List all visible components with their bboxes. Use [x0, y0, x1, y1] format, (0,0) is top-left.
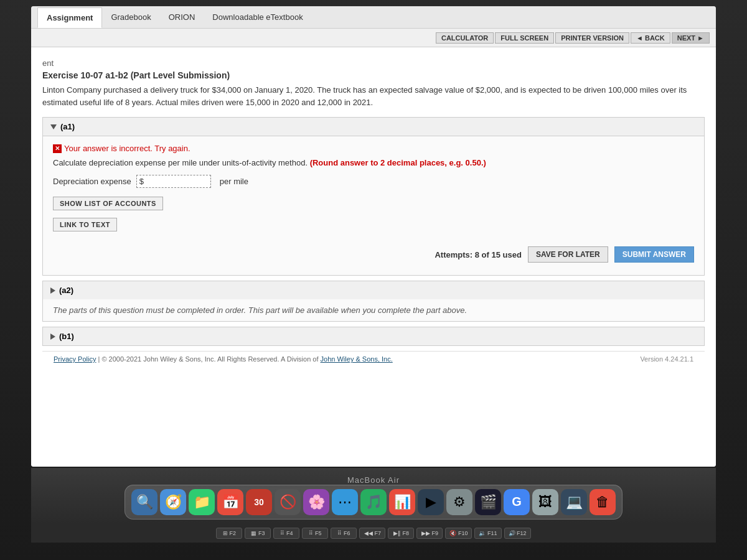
expand-icon-a2 — [50, 287, 55, 294]
key-f7[interactable]: ◀◀ F7 — [359, 528, 385, 539]
key-f6[interactable]: ⠿ F6 — [331, 528, 357, 539]
section-b1-header[interactable]: (b1) — [43, 327, 704, 345]
back-button[interactable]: ◄ BACK — [631, 32, 670, 44]
section-b1: (b1) — [42, 327, 705, 346]
input-wrapper: $ — [136, 175, 211, 188]
next-button[interactable]: NEXT ► — [672, 32, 710, 44]
dock-icon-preview[interactable]: 🖼 — [532, 489, 558, 515]
instruction-text: Calculate depreciation expense per mile … — [53, 158, 694, 167]
dock-icon-settings[interactable]: ⚙ — [446, 489, 472, 515]
calculator-button[interactable]: CALCULATOR — [436, 32, 494, 44]
depreciation-label: Depreciation expense — [53, 177, 131, 186]
dock-icon-safari[interactable]: 🧭 — [160, 489, 186, 515]
version-text: Version 4.24.21.1 — [640, 355, 693, 363]
laptop-shell: Assignment Gradebook ORION Downloadable … — [0, 0, 747, 560]
save-for-later-button[interactable]: SAVE FOR LATER — [528, 246, 608, 263]
screen-area: Assignment Gradebook ORION Downloadable … — [31, 6, 716, 467]
section-a2-message: The parts of this question must be compl… — [53, 306, 467, 315]
section-a2-label: (a2) — [59, 286, 73, 295]
key-f2[interactable]: ⊞ F2 — [216, 528, 242, 539]
depreciation-input[interactable] — [144, 177, 194, 186]
full-screen-button[interactable]: FULL SCREEN — [495, 32, 554, 44]
section-a1-label: (a1) — [60, 122, 75, 131]
dock-icon-no[interactable]: 🚫 — [275, 489, 301, 515]
footer-left: Privacy Policy | © 2000-2021 John Wiley … — [54, 355, 393, 363]
dock-icon-laptop[interactable]: 💻 — [561, 489, 587, 515]
dock-area: MacBook Air 🔍 🧭 📁 📅 30 🚫 🌸 ⋯ 🎵 📊 ▶ ⚙ 🎬 G… — [31, 468, 716, 524]
page-footer: Privacy Policy | © 2000-2021 John Wiley … — [42, 351, 705, 366]
error-text: Your answer is incorrect. Try again. — [64, 144, 190, 153]
nav-etextbook[interactable]: Downloadable eTextbook — [204, 7, 311, 27]
input-prefix: $ — [139, 177, 144, 186]
section-a2-header[interactable]: (a2) — [43, 281, 704, 299]
breadcrumb: ent — [42, 56, 705, 70]
key-f12[interactable]: 🔊 F12 — [504, 528, 531, 539]
dock-icon-music2[interactable]: 🎵 — [360, 489, 387, 515]
error-x-icon: ✕ — [53, 144, 62, 153]
attempts-row: Attempts: 8 of 15 used SAVE FOR LATER SU… — [53, 241, 694, 268]
dock-icon-30[interactable]: 30 — [246, 489, 272, 515]
keyboard-area: ⊞ F2 ▦ F3 ⠿ F4 ⠿ F5 ⠿ F6 ◀◀ F7 ▶‖ F8 ▶▶ … — [31, 524, 716, 543]
key-f5[interactable]: ⠿ F5 — [302, 528, 328, 539]
privacy-policy-link[interactable]: Privacy Policy — [54, 355, 96, 363]
key-f8[interactable]: ▶‖ F8 — [388, 528, 414, 539]
footer-copyright: © 2000-2021 John Wiley & Sons, Inc. All … — [101, 355, 318, 363]
dock-icon-stats[interactable]: 📊 — [389, 489, 415, 515]
printer-version-button[interactable]: PRINTER VERSION — [555, 32, 629, 44]
top-nav: Assignment Gradebook ORION Downloadable … — [31, 6, 716, 29]
dock-icon-files[interactable]: 📁 — [189, 489, 215, 515]
dock-icon-dots[interactable]: ⋯ — [332, 489, 358, 515]
dock-icon-google[interactable]: G — [504, 489, 530, 515]
toolbar: CALCULATOR FULL SCREEN PRINTER VERSION ◄… — [31, 29, 716, 47]
key-f9[interactable]: ▶▶ F9 — [416, 528, 443, 539]
nav-orion[interactable]: ORION — [160, 7, 204, 27]
input-suffix: per mile — [220, 177, 248, 186]
key-f3[interactable]: ▦ F3 — [245, 528, 271, 539]
dock-icon-play[interactable]: ▶ — [418, 489, 444, 515]
instruction-highlight: (Round answer to 2 decimal places, e.g. … — [310, 158, 486, 167]
input-row: Depreciation expense $ per mile — [53, 175, 694, 188]
attempts-text: Attempts: 8 of 15 used — [435, 250, 521, 259]
section-a2: (a2) The parts of this question must be … — [42, 281, 705, 322]
dock-icon-photos[interactable]: 🌸 — [303, 489, 329, 515]
dock-icon-camera[interactable]: 🎬 — [475, 489, 501, 515]
dock-icon-calendar[interactable]: 📅 — [217, 489, 243, 515]
nav-gradebook[interactable]: Gradebook — [102, 7, 159, 27]
macbook-label: MacBook Air — [347, 475, 400, 485]
expand-icon-b1 — [50, 334, 55, 340]
wiley-link[interactable]: John Wiley & Sons, Inc. — [321, 355, 393, 363]
dock-icon-finder[interactable]: 🔍 — [131, 489, 157, 515]
submit-answer-button[interactable]: SUBMIT ANSWER — [614, 246, 694, 263]
error-message: ✕ Your answer is incorrect. Try again. — [53, 144, 694, 153]
instruction-main: Calculate depreciation expense per mile … — [53, 158, 308, 167]
dock: 🔍 🧭 📁 📅 30 🚫 🌸 ⋯ 🎵 📊 ▶ ⚙ 🎬 G 🖼 💻 🗑 — [125, 485, 622, 520]
show-accounts-button[interactable]: SHOW LIST OF ACCOUNTS — [53, 197, 163, 210]
section-a1: (a1) ✕ Your answer is incorrect. Try aga… — [42, 117, 705, 276]
nav-assignment[interactable]: Assignment — [37, 7, 102, 28]
section-a1-header[interactable]: (a1) — [43, 118, 704, 136]
collapse-icon-a1 — [50, 124, 57, 129]
section-a2-content: The parts of this question must be compl… — [43, 299, 704, 321]
section-b1-label: (b1) — [59, 332, 74, 341]
exercise-description: Linton Company purchased a delivery truc… — [42, 84, 705, 108]
key-f11[interactable]: 🔉 F11 — [474, 528, 501, 539]
exercise-title: Exercise 10-07 a1-b2 (Part Level Submiss… — [42, 70, 705, 80]
main-content: ent Exercise 10-07 a1-b2 (Part Level Sub… — [31, 47, 716, 467]
dock-icon-trash[interactable]: 🗑 — [590, 489, 616, 515]
section-a1-content: ✕ Your answer is incorrect. Try again. C… — [43, 136, 704, 275]
key-f4[interactable]: ⠿ F4 — [273, 528, 299, 539]
key-f10[interactable]: 🔇 F10 — [445, 528, 472, 539]
link-to-text-button[interactable]: LINK TO TEXT — [53, 218, 117, 231]
